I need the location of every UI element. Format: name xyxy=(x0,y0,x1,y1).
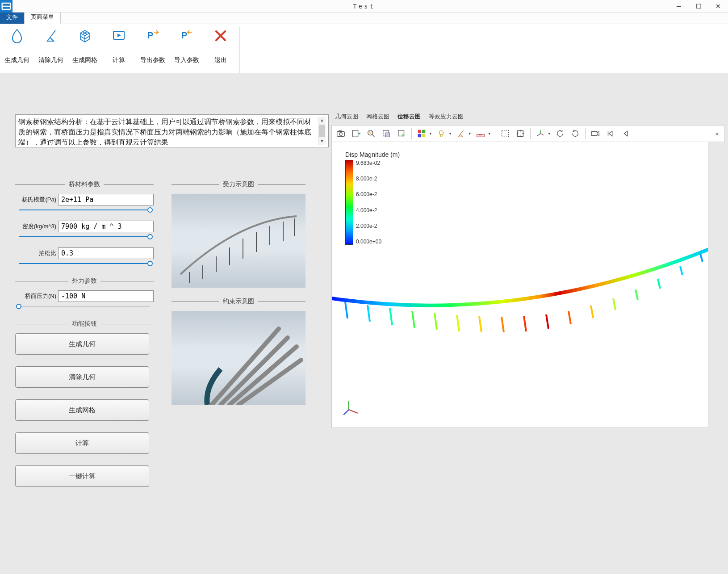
app-icon xyxy=(0,0,13,13)
svg-line-36 xyxy=(368,305,370,322)
svg-line-39 xyxy=(435,313,437,330)
camera-icon[interactable] xyxy=(334,127,348,140)
orientation-triad-icon xyxy=(343,397,361,415)
rotate-ccw-icon[interactable] xyxy=(553,127,567,140)
zoom-auto-icon[interactable] xyxy=(364,127,378,140)
description-scrollbar[interactable]: ▲ ▼ xyxy=(318,117,326,145)
skip-back-icon[interactable] xyxy=(603,127,618,140)
dropdown-icon[interactable]: ▼ xyxy=(448,132,452,136)
dropdown-icon[interactable]: ▼ xyxy=(468,132,472,136)
toolbar-separator xyxy=(495,128,495,139)
dropdown-icon[interactable]: ▼ xyxy=(429,132,432,136)
viz-tab-stress[interactable]: 等效应力云图 xyxy=(429,113,464,122)
viz-tab-displacement[interactable]: 位移云图 xyxy=(397,113,421,122)
import-icon: P xyxy=(178,27,196,45)
save-image-icon[interactable] xyxy=(349,127,363,140)
svg-rect-31 xyxy=(502,130,508,137)
window-title: Test xyxy=(353,3,375,10)
viz-tab-geometry[interactable]: 几何云图 xyxy=(335,113,358,122)
scroll-up-icon[interactable]: ▲ xyxy=(318,117,326,124)
svg-line-48 xyxy=(636,289,638,300)
ribbon-gen-mesh[interactable]: 生成网格 xyxy=(68,27,102,73)
constraint-diagram-title: 约束示意图 xyxy=(223,297,254,306)
svg-rect-25 xyxy=(418,130,421,133)
one-click-calc-button[interactable]: 一键计算 xyxy=(15,465,149,487)
constraint-diagram-preview xyxy=(172,311,305,405)
left-panel: 钢索桥钢索结构分析：在基于云计算基础上，用户可以通过调节桥钢索参数，用来模拟不同… xyxy=(0,73,331,574)
gen-mesh-button[interactable]: 生成网格 xyxy=(15,399,149,421)
brush-toolbar-icon[interactable] xyxy=(454,127,468,140)
tab-file[interactable]: 文件 xyxy=(0,11,25,24)
scroll-thumb[interactable] xyxy=(319,125,325,137)
ribbon-import-params[interactable]: P 导入参数 xyxy=(170,27,204,73)
function-buttons-title: 功能按钮 xyxy=(72,320,97,328)
function-buttons-fieldset: 功能按钮 生成几何 清除几何 生成网格 计算 一键计算 xyxy=(15,320,154,487)
parameters-panel: 桥材料参数 杨氏模量(Pa) 密度(kg/m^3) xyxy=(15,171,154,499)
toolbar-separator xyxy=(411,128,412,139)
visualization-panel: 几何云图 网格云图 位移云图 等效应力云图 ▼ ▼ ▼ ▼ ▼ xyxy=(331,73,728,574)
youngs-modulus-slider[interactable] xyxy=(19,206,150,214)
svg-rect-28 xyxy=(422,134,425,137)
maximize-button[interactable]: ☐ xyxy=(689,0,708,13)
svg-rect-32 xyxy=(517,131,523,137)
workspace: 钢索桥钢索结构分析：在基于云计算基础上，用户可以通过调节桥钢索参数，用来模拟不同… xyxy=(0,73,728,574)
lighting-icon[interactable] xyxy=(434,127,448,140)
gen-geom-button[interactable]: 生成几何 xyxy=(15,333,149,355)
density-input[interactable] xyxy=(58,221,154,232)
mesh-cube-icon xyxy=(76,27,94,45)
material-params-title: 桥材料参数 xyxy=(69,180,100,189)
ribbon-gen-geom[interactable]: 生成几何 xyxy=(0,27,34,73)
svg-line-50 xyxy=(680,266,682,275)
ruler-icon[interactable] xyxy=(473,127,488,140)
ribbon-exit[interactable]: 退出 xyxy=(204,27,238,73)
calc-button[interactable]: 计算 xyxy=(15,432,149,454)
rotate-cw-icon[interactable] xyxy=(568,127,582,140)
viz-tab-mesh[interactable]: 网格云图 xyxy=(366,113,389,122)
dropdown-icon[interactable]: ▼ xyxy=(548,132,551,136)
ribbon-clear-geom-label: 清除几何 xyxy=(38,56,63,64)
svg-rect-26 xyxy=(422,130,425,133)
svg-point-24 xyxy=(402,134,405,137)
representation-icon[interactable] xyxy=(414,127,429,140)
description-text: 钢索桥钢索结构分析：在基于云计算基础上，用户可以通过调节桥钢索参数，用来模拟不同… xyxy=(18,117,318,145)
video-icon[interactable] xyxy=(588,127,602,140)
minimize-button[interactable]: ─ xyxy=(669,0,689,13)
force-diagram-preview xyxy=(172,194,305,288)
fit-view-icon[interactable] xyxy=(513,127,527,140)
ribbon-calc[interactable]: 计算 xyxy=(102,27,136,73)
density-slider[interactable] xyxy=(19,233,150,240)
select-point-icon[interactable] xyxy=(394,127,409,140)
pressure-input[interactable] xyxy=(58,290,154,302)
close-button[interactable]: ✕ xyxy=(708,0,728,13)
ribbon-exit-label: 退出 xyxy=(214,56,227,64)
clear-geom-button[interactable]: 清除几何 xyxy=(15,366,149,388)
ribbon-export-params[interactable]: P 导出参数 xyxy=(136,27,170,73)
svg-rect-27 xyxy=(418,134,421,137)
svg-line-35 xyxy=(345,302,347,318)
pressure-slider[interactable] xyxy=(19,303,150,310)
ribbon-separator xyxy=(239,27,240,73)
select-cell-icon[interactable] xyxy=(379,127,393,140)
svg-line-45 xyxy=(569,311,571,324)
dropdown-icon[interactable]: ▼ xyxy=(488,132,491,136)
scroll-down-icon[interactable]: ▼ xyxy=(318,138,326,145)
ribbon-import-params-label: 导入参数 xyxy=(174,56,199,64)
ribbon-calc-label: 计算 xyxy=(113,56,125,64)
svg-line-41 xyxy=(479,316,481,332)
constraint-diagram-fieldset: 约束示意图 xyxy=(172,297,305,405)
force-params-title: 外力参数 xyxy=(72,277,97,285)
svg-rect-33 xyxy=(591,131,597,135)
viz-tabs: 几何云图 网格云图 位移云图 等效应力云图 xyxy=(331,113,724,125)
ribbon-export-params-label: 导出参数 xyxy=(140,56,165,64)
youngs-modulus-input[interactable] xyxy=(58,194,154,205)
axes-icon[interactable] xyxy=(533,127,548,140)
svg-text:P: P xyxy=(147,30,153,40)
poisson-input[interactable] xyxy=(58,247,154,259)
toolbar-overflow-icon[interactable]: » xyxy=(711,130,722,137)
material-params-fieldset: 桥材料参数 杨氏模量(Pa) 密度(kg/m^3) xyxy=(15,180,154,267)
ribbon-clear-geom[interactable]: 清除几何 xyxy=(34,27,68,73)
poisson-slider[interactable] xyxy=(19,260,150,267)
play-back-icon[interactable] xyxy=(619,127,633,140)
box-select-icon[interactable] xyxy=(498,127,512,140)
viz-canvas[interactable]: Disp Magnitude (m) 9.683e-02 8.000e-2 6.… xyxy=(331,142,708,428)
